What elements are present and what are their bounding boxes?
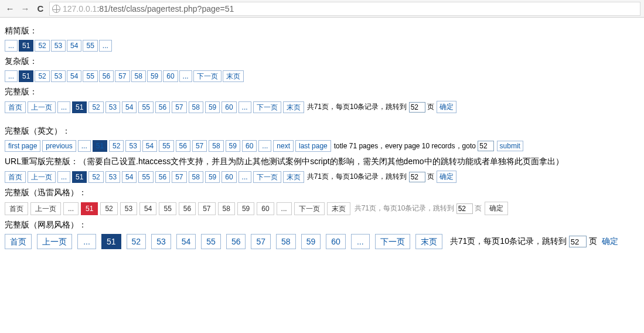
page-ellipsis[interactable]: ... bbox=[238, 101, 251, 113]
page-ellipsis[interactable]: ... bbox=[57, 101, 70, 113]
page-link[interactable]: 54 bbox=[176, 234, 196, 249]
goto-submit[interactable]: 确定 bbox=[601, 236, 619, 247]
page-link[interactable]: 52 bbox=[35, 70, 49, 82]
first-button[interactable]: 首页 bbox=[5, 101, 26, 113]
page-link[interactable]: 59 bbox=[226, 140, 240, 152]
page-link[interactable]: 59 bbox=[301, 234, 321, 249]
last-button[interactable]: 末页 bbox=[327, 202, 350, 215]
page-link[interactable]: 55 bbox=[159, 140, 173, 152]
goto-submit[interactable]: 确定 bbox=[437, 171, 456, 183]
page-link[interactable]: 53 bbox=[51, 40, 66, 52]
page-link[interactable]: 56 bbox=[179, 202, 196, 215]
page-ellipsis[interactable]: ... bbox=[277, 202, 292, 215]
page-link[interactable]: 53 bbox=[125, 140, 140, 152]
goto-input[interactable] bbox=[409, 102, 425, 113]
reload-button[interactable]: C bbox=[33, 4, 48, 13]
page-ellipsis[interactable]: ... bbox=[77, 234, 96, 249]
page-ellipsis[interactable]: ... bbox=[258, 140, 271, 152]
page-link[interactable]: 56 bbox=[176, 140, 190, 152]
page-ellipsis[interactable]: ... bbox=[179, 70, 192, 82]
prev-button[interactable]: 上一页 bbox=[30, 202, 61, 215]
page-link[interactable]: 52 bbox=[100, 202, 117, 215]
page-ellipsis[interactable]: ... bbox=[63, 202, 79, 215]
page-link[interactable]: 53 bbox=[105, 171, 120, 183]
page-link[interactable]: 60 bbox=[222, 171, 236, 183]
first-button[interactable]: 首页 bbox=[5, 202, 28, 215]
page-ellipsis[interactable]: ... bbox=[5, 40, 18, 52]
page-ellipsis[interactable]: ... bbox=[5, 70, 18, 82]
last-button[interactable]: 末页 bbox=[283, 101, 304, 113]
page-link[interactable]: 60 bbox=[242, 140, 257, 152]
page-ellipsis[interactable]: ... bbox=[57, 171, 70, 183]
page-link[interactable]: 54 bbox=[67, 70, 81, 82]
page-link[interactable]: 54 bbox=[122, 171, 137, 183]
page-link[interactable]: 57 bbox=[172, 171, 186, 183]
page-link[interactable]: 52 bbox=[127, 234, 146, 249]
next-button[interactable]: 下一页 bbox=[193, 70, 222, 82]
page-link[interactable]: 57 bbox=[192, 140, 207, 152]
page-link[interactable]: 57 bbox=[251, 234, 271, 249]
last-button[interactable]: 末页 bbox=[223, 70, 244, 82]
page-link[interactable]: 54 bbox=[67, 40, 81, 52]
page-link[interactable]: 53 bbox=[51, 70, 66, 82]
page-link[interactable]: 59 bbox=[237, 202, 254, 215]
page-ellipsis[interactable]: ... bbox=[238, 171, 251, 183]
page-link[interactable]: 57 bbox=[198, 202, 215, 215]
page-link[interactable]: 54 bbox=[139, 202, 156, 215]
address-bar[interactable]: 127.0.0.1:81/test/class/pagertest.php?pa… bbox=[49, 2, 640, 16]
page-link[interactable]: 58 bbox=[189, 171, 203, 183]
next-button[interactable]: next bbox=[273, 140, 294, 152]
page-link[interactable]: 58 bbox=[276, 234, 296, 249]
page-link[interactable]: 52 bbox=[109, 140, 124, 152]
page-link[interactable]: 58 bbox=[218, 202, 235, 215]
page-link[interactable]: 56 bbox=[226, 234, 246, 249]
page-link[interactable]: 58 bbox=[131, 70, 146, 82]
page-link[interactable]: 58 bbox=[209, 140, 223, 152]
goto-submit[interactable]: submit bbox=[497, 141, 523, 151]
page-link[interactable]: 58 bbox=[189, 101, 203, 113]
page-link[interactable]: 56 bbox=[155, 171, 170, 183]
page-link[interactable]: 53 bbox=[105, 101, 120, 113]
page-link[interactable]: 57 bbox=[172, 101, 186, 113]
page-link[interactable]: 55 bbox=[138, 171, 153, 183]
page-link[interactable]: 54 bbox=[142, 140, 157, 152]
last-button[interactable]: 末页 bbox=[283, 171, 304, 183]
prev-button[interactable]: 上一页 bbox=[28, 171, 56, 183]
next-button[interactable]: 下一页 bbox=[375, 234, 410, 249]
next-button[interactable]: 下一页 bbox=[253, 101, 281, 113]
next-button[interactable]: 下一页 bbox=[253, 171, 281, 183]
page-link[interactable]: 60 bbox=[222, 101, 236, 113]
page-ellipsis[interactable]: ... bbox=[99, 40, 112, 52]
page-link[interactable]: 56 bbox=[155, 101, 170, 113]
page-link[interactable]: 53 bbox=[151, 234, 171, 249]
page-link[interactable]: 55 bbox=[83, 70, 97, 82]
page-link[interactable]: 53 bbox=[120, 202, 137, 215]
page-link[interactable]: 52 bbox=[88, 101, 103, 113]
page-link[interactable]: 57 bbox=[115, 70, 130, 82]
goto-submit[interactable]: 确定 bbox=[437, 101, 456, 113]
prev-button[interactable]: 上一页 bbox=[37, 234, 72, 249]
prev-button[interactable]: previous bbox=[42, 140, 76, 152]
prev-button[interactable]: 上一页 bbox=[28, 101, 56, 113]
page-link[interactable]: 52 bbox=[88, 171, 103, 183]
page-link[interactable]: 59 bbox=[147, 70, 162, 82]
back-button[interactable]: ← bbox=[2, 4, 18, 13]
first-button[interactable]: first page bbox=[5, 140, 40, 152]
page-link[interactable]: 59 bbox=[205, 171, 220, 183]
first-button[interactable]: 首页 bbox=[5, 234, 32, 249]
goto-input[interactable] bbox=[409, 172, 425, 182]
page-ellipsis[interactable]: ... bbox=[78, 140, 91, 152]
page-link[interactable]: 55 bbox=[201, 234, 221, 249]
page-link[interactable]: 56 bbox=[99, 70, 114, 82]
page-ellipsis[interactable]: ... bbox=[351, 234, 370, 249]
page-link[interactable]: 60 bbox=[257, 202, 274, 215]
page-link[interactable]: 60 bbox=[326, 234, 346, 249]
page-link[interactable]: 55 bbox=[83, 40, 97, 52]
last-button[interactable]: last page bbox=[295, 140, 331, 152]
goto-input[interactable] bbox=[569, 236, 587, 247]
page-link[interactable]: 55 bbox=[138, 101, 153, 113]
first-button[interactable]: 首页 bbox=[5, 171, 26, 183]
goto-input[interactable] bbox=[478, 141, 494, 151]
next-button[interactable]: 下一页 bbox=[294, 202, 325, 215]
page-link[interactable]: 54 bbox=[122, 101, 137, 113]
